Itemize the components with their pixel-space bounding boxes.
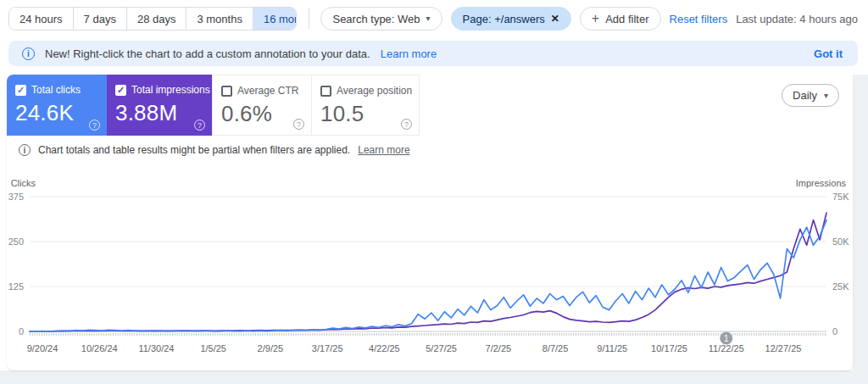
chevron-down-icon: ▾ [426,14,431,23]
svg-text:Impressions: Impressions [796,178,847,188]
date-range-segmented-control: 24 hours 7 days 28 days 3 months 16 mont… [8,7,297,31]
svg-text:0: 0 [832,326,837,337]
info-icon: i [22,47,35,60]
performance-panel: ✓ Total clicks 24.6K ? ✓ Total impressio… [7,75,853,370]
chevron-down-icon: ▾ [824,92,828,100]
svg-text:8/7/25: 8/7/25 [542,343,569,353]
page-background-gutter [853,75,868,370]
date-range-label: 7 days [84,13,116,25]
svg-text:Clicks: Clicks [11,178,36,188]
svg-text:11/22/25: 11/22/25 [709,343,744,353]
note-text: Chart totals and table results might be … [38,144,350,156]
last-update-text: Last update: 4 hours ago [736,13,858,25]
toolbar-divider [309,8,309,29]
svg-text:9/20/24: 9/20/24 [27,343,58,353]
date-range-label: 24 hours [19,13,63,25]
partial-results-note: i Chart totals and table results might b… [19,144,410,156]
search-type-label: Search type: Web [332,13,420,25]
svg-text:50K: 50K [832,237,849,247]
plus-icon: + [592,12,599,25]
note-learn-more-link[interactable]: Learn more [358,144,409,156]
svg-text:3/17/25: 3/17/25 [312,343,343,353]
help-icon[interactable]: ? [89,120,100,131]
date-range-label: 28 days [137,13,176,25]
date-range-3-months[interactable]: 3 months [186,8,252,30]
svg-text:10/26/24: 10/26/24 [81,343,118,353]
svg-text:0: 0 [19,326,24,337]
metric-card-ctr[interactable]: Average CTR 0.6% ? [212,75,312,136]
metric-card-clicks[interactable]: ✓ Total clicks 24.6K ? [7,75,107,136]
checkbox-empty-icon[interactable] [320,86,331,97]
help-icon[interactable]: ? [293,119,304,130]
page-filter-chip[interactable]: Page: +/answers ✕ [451,7,571,31]
help-icon[interactable]: ? [194,120,205,131]
add-filter-label: Add filter [605,13,648,25]
got-it-button[interactable]: Got it [814,47,843,60]
annotation-promo-banner: i New! Right-click the chart to add a cu… [8,41,858,66]
banner-learn-more-link[interactable]: Learn more [381,47,437,60]
close-icon[interactable]: ✕ [551,13,559,25]
metric-card-impressions[interactable]: ✓ Total impressions 3.88M ? [107,75,212,136]
performance-chart[interactable]: 0012525K25050K37575KClicksImpressions9/2… [7,176,853,370]
page-filter-label: Page: +/answers [463,13,545,25]
svg-text:25K: 25K [832,281,849,292]
date-range-28-days[interactable]: 28 days [126,8,186,30]
svg-text:12/27/25: 12/27/25 [765,343,802,353]
metric-label: Total impressions [131,84,210,96]
svg-text:7/2/25: 7/2/25 [486,343,512,353]
filter-toolbar: 24 hours 7 days 28 days 3 months 16 mont… [0,0,868,37]
svg-text:9/11/25: 9/11/25 [597,343,627,353]
svg-text:1: 1 [724,334,729,343]
date-range-label: 3 months [197,13,242,25]
help-icon[interactable]: ? [401,119,412,130]
svg-text:5/27/25: 5/27/25 [426,343,457,353]
svg-text:125: 125 [8,281,24,292]
info-icon: i [19,144,31,156]
date-range-16-months[interactable]: 16 months ▾ [253,8,297,30]
svg-text:75K: 75K [832,192,849,202]
svg-text:4/22/25: 4/22/25 [369,343,400,353]
date-range-7-days[interactable]: 7 days [73,8,126,30]
date-range-24-hours[interactable]: 24 hours [9,8,73,30]
svg-text:10/17/25: 10/17/25 [651,343,687,353]
date-range-label: 16 months [264,13,297,25]
metric-label: Average position [337,85,412,97]
metric-label: Average CTR [237,85,298,97]
svg-text:11/30/24: 11/30/24 [138,343,174,353]
svg-text:250: 250 [8,237,24,247]
metric-label: Total clicks [31,84,81,96]
banner-text: New! Right-click the chart to add a cust… [45,47,370,60]
svg-text:2/9/25: 2/9/25 [258,343,284,353]
page-background-gutter-bottom [0,370,868,384]
checkbox-checked-icon[interactable]: ✓ [115,85,126,96]
metric-card-position[interactable]: Average position 10.5 ? [311,75,420,136]
search-type-chip[interactable]: Search type: Web ▾ [320,7,442,31]
add-filter-button[interactable]: + Add filter [580,7,661,31]
granularity-label: Daily [793,89,817,102]
svg-text:375: 375 [8,192,24,202]
search-console-performance-page: 24 hours 7 days 28 days 3 months 16 mont… [0,0,868,384]
checkbox-empty-icon[interactable] [221,86,232,97]
svg-text:1/5/25: 1/5/25 [200,343,226,353]
reset-filters-link[interactable]: Reset filters [670,13,728,25]
checkbox-checked-icon[interactable]: ✓ [15,85,26,96]
granularity-dropdown[interactable]: Daily ▾ [782,84,839,107]
